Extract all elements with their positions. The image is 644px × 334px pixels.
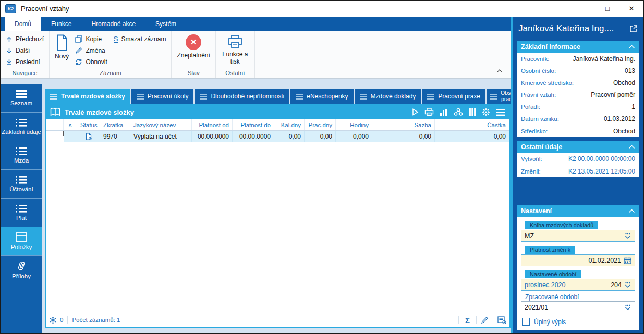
column-header-jazykovy-nazev[interactable]: Jazykový název: [130, 119, 192, 130]
table-empty-area[interactable]: [46, 142, 509, 313]
sidebar-item-seznam[interactable]: Seznam: [1, 84, 42, 113]
column-header-platnost-do[interactable]: Platnost do: [233, 119, 274, 130]
app-logo-icon: K2: [5, 4, 16, 13]
sidebar-item-zakladni-udaje[interactable]: Základní údaje: [1, 113, 42, 141]
tab-menu-icon: [137, 94, 144, 100]
tab-eneschopenky[interactable]: eNeschopenky: [290, 89, 353, 104]
column-header-prac-dny[interactable]: Prac.dny: [305, 119, 336, 130]
print-icon[interactable]: [424, 108, 434, 116]
changes-count: 0: [60, 317, 63, 323]
tab-trvale-mzdove-slozky[interactable]: Trvalé mzdové složky: [45, 89, 130, 104]
cell-s: [64, 131, 77, 142]
delete-record-button[interactable]: S Smazat záznam: [111, 33, 169, 45]
column-header-zkratka[interactable]: Zkratka: [100, 119, 130, 130]
row-select-cell[interactable]: [46, 131, 64, 142]
field-row: Změnil:K2 13.05.2021 12:05:00: [517, 165, 639, 177]
grid-panel: Trvalé mzdové složky s Status Zkratka Ja…: [45, 104, 511, 328]
column-header-status[interactable]: Status: [77, 119, 100, 130]
sum-icon[interactable]: Σ: [463, 316, 472, 325]
ribbon-tab-funkce[interactable]: Funkce: [41, 17, 81, 31]
column-header-select[interactable]: [46, 119, 64, 130]
tab-pracovni-praxe[interactable]: Pracovní praxe: [422, 89, 485, 104]
cell-status: [77, 131, 100, 142]
change-button[interactable]: Změna: [72, 45, 110, 56]
column-header-kal-dny[interactable]: Kal.dny: [274, 119, 305, 130]
ribbon-tab-domu[interactable]: Domů: [5, 17, 41, 31]
workflow-icon[interactable]: [454, 108, 463, 116]
sidebar-item-mzda[interactable]: Mzda: [1, 141, 42, 170]
last-button[interactable]: Poslední: [3, 56, 47, 68]
detail-title-row: Janíková Kateřina Ing....: [513, 17, 643, 41]
document-status-icon: [86, 133, 92, 140]
tab-pracovni-ukoly[interactable]: Pracovní úkoly: [131, 89, 194, 104]
section-other-info: Ostatní údaje Vytvořil:K2 00.00.0000 00:…: [517, 141, 639, 177]
sidebar-item-polozky[interactable]: Položky: [1, 227, 42, 256]
ribbon-tab-system[interactable]: Systém: [145, 17, 186, 31]
gear-icon[interactable]: [482, 108, 490, 116]
panel-menu-icon[interactable]: [496, 109, 505, 116]
tab-menu-icon: [360, 94, 367, 100]
column-header-sazba[interactable]: Sazba: [372, 119, 435, 130]
sidebar-item-plat[interactable]: Plat: [1, 199, 42, 227]
full-list-checkbox[interactable]: [522, 318, 530, 326]
book-field-input[interactable]: MZ: [521, 230, 635, 242]
full-list-option[interactable]: Úplný výpis: [521, 318, 635, 326]
ribbon-tab-hromadne-akce[interactable]: Hromadné akce: [81, 17, 145, 31]
ribbon-collapse-button[interactable]: [496, 66, 503, 76]
run-icon[interactable]: [412, 108, 419, 116]
tab-mzdove-doklady[interactable]: Mzdové doklady: [355, 89, 421, 104]
detail-title: Janíková Kateřina Ing....: [518, 23, 629, 34]
list-icon: [15, 147, 28, 155]
validity-field-input[interactable]: 01.02.2021: [521, 254, 635, 266]
columns-icon[interactable]: [469, 108, 476, 116]
titlebar: K2 Pracovní vztahy — □ ✕: [1, 1, 643, 17]
cell-hodiny: 0,000: [336, 131, 372, 142]
sidebar: Seznam Základní údaje Mzda Účtování Plat…: [1, 84, 42, 333]
book-icon: [50, 108, 60, 116]
cell-platnost-od: 00.00.0000: [192, 131, 233, 142]
column-header-platnost-od[interactable]: Platnost od: [192, 119, 233, 130]
sidebar-item-prilohy[interactable]: Přílohy: [1, 256, 42, 284]
cell-kal-dny: 0,00: [274, 131, 305, 142]
table-row[interactable]: 9970 Výplata na účet 00.00.0000 00.00.00…: [46, 131, 509, 142]
next-button[interactable]: Další: [3, 45, 47, 56]
section-settings-header[interactable]: Nastavení: [517, 205, 639, 217]
dropdown-icon[interactable]: [624, 233, 631, 239]
edit-icon[interactable]: [481, 316, 489, 324]
sidebar-item-uctovani[interactable]: Účtování: [1, 170, 42, 199]
column-header-hodiny[interactable]: Hodiny: [336, 119, 372, 130]
collapse-chevron-icon: [628, 145, 635, 149]
new-button[interactable]: Nový: [52, 32, 72, 68]
chart-icon[interactable]: [440, 108, 448, 116]
tab-dlouhodobe-nepritomnosti[interactable]: Dlouhodobé nepřítomnosti: [195, 89, 289, 104]
open-external-icon[interactable]: [629, 24, 638, 33]
ribbon-group-zaznam: Nový Kopie Změna Obnovit: [50, 31, 172, 78]
changes-asterisk-icon: [49, 316, 57, 324]
section-other-header[interactable]: Ostatní údaje: [517, 141, 639, 153]
functions-print-button[interactable]: Funkce a tisk: [218, 32, 252, 68]
previous-button[interactable]: Předchozí: [3, 33, 47, 45]
processed-period-input[interactable]: 2021/01: [521, 301, 635, 313]
calendar-icon[interactable]: [624, 257, 631, 264]
tab-menu-icon: [200, 94, 207, 100]
group-label-zaznam: Záznam: [52, 68, 169, 78]
refresh-button[interactable]: Obnovit: [72, 56, 110, 68]
dropdown-icon[interactable]: [624, 304, 631, 311]
field-row: Kmenové středisko:Obchod: [517, 77, 639, 89]
close-button[interactable]: ✕: [619, 1, 643, 17]
notes-icon[interactable]: [497, 316, 506, 324]
dropdown-icon[interactable]: [624, 282, 631, 288]
maximize-button[interactable]: □: [596, 1, 619, 17]
section-basic-header[interactable]: Základní informace: [517, 41, 639, 53]
column-header-s[interactable]: s: [64, 119, 77, 130]
period-field-input[interactable]: prosinec 2020 204: [521, 279, 635, 291]
column-header-castka[interactable]: Částka: [435, 119, 509, 130]
cell-platnost-do: 00.00.0000: [233, 131, 274, 142]
collapse-chevron-icon: [628, 45, 635, 49]
app-window: K2 Pracovní vztahy — □ ✕ Domů Funkce Hro…: [0, 0, 644, 334]
menu-icon: [15, 90, 28, 98]
invalidate-button[interactable]: ✕ Zneplatnění: [174, 32, 213, 68]
content-tabs: Trvalé mzdové složky Pracovní úkoly Dlou…: [45, 89, 511, 104]
minimize-button[interactable]: —: [572, 1, 596, 17]
copy-button[interactable]: Kopie: [72, 33, 110, 45]
